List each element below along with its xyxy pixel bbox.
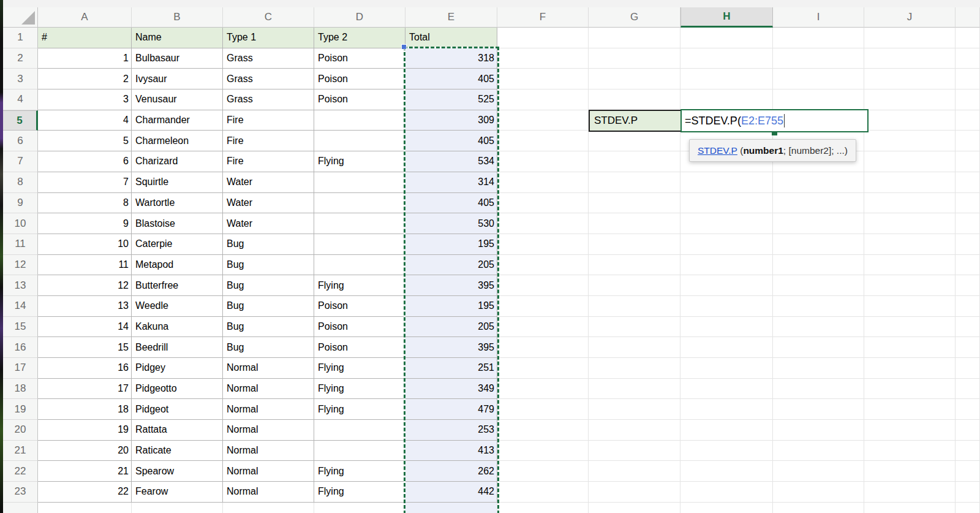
cell-F19[interactable] <box>497 399 589 420</box>
cell-J18[interactable] <box>864 379 956 400</box>
cell-G1[interactable] <box>589 28 680 48</box>
cell-D18[interactable]: Flying <box>314 379 405 400</box>
cell-B16[interactable]: Beedrill <box>132 337 223 358</box>
cell-E24[interactable] <box>405 503 497 513</box>
cell-J11[interactable] <box>864 234 956 255</box>
cell-C20[interactable]: Normal <box>223 420 314 441</box>
row-header-11[interactable]: 11 <box>3 234 38 255</box>
cell-F11[interactable] <box>497 234 589 255</box>
cell-A13[interactable]: 12 <box>38 275 132 296</box>
cell-G9[interactable] <box>589 193 680 214</box>
cell-G17[interactable] <box>589 358 680 379</box>
cell-C2[interactable]: Grass <box>223 48 314 69</box>
cell-D11[interactable] <box>314 234 405 255</box>
cell-J19[interactable] <box>864 399 956 420</box>
cell-H15[interactable] <box>680 317 773 338</box>
row-header-18[interactable]: 18 <box>3 379 38 400</box>
cell-K3[interactable] <box>956 69 980 89</box>
row-header-6[interactable]: 6 <box>3 131 38 151</box>
cell-K16[interactable] <box>956 337 980 358</box>
cell-F4[interactable] <box>497 89 589 110</box>
cell-K18[interactable] <box>956 379 980 400</box>
cell-E14[interactable]: 195 <box>405 296 497 317</box>
cell-J1[interactable] <box>864 28 956 48</box>
cell-G12[interactable] <box>589 255 680 276</box>
cell-A12[interactable]: 11 <box>38 255 132 276</box>
cell-G5[interactable]: STDEV.P <box>589 110 682 132</box>
cell-C14[interactable]: Bug <box>223 296 314 317</box>
cell-G3[interactable] <box>589 69 680 89</box>
cell-B17[interactable]: Pidgey <box>132 358 223 379</box>
row-header-10[interactable]: 10 <box>3 213 38 234</box>
cell-F14[interactable] <box>497 296 589 317</box>
cell-F22[interactable] <box>497 461 589 482</box>
cell-I8[interactable] <box>773 172 864 193</box>
cell-K11[interactable] <box>956 234 980 255</box>
cell-C23[interactable]: Normal <box>223 482 314 503</box>
column-header-J[interactable]: J <box>864 7 956 28</box>
row-header-24[interactable] <box>3 503 38 513</box>
cell-I16[interactable] <box>773 337 864 358</box>
row-header-16[interactable]: 16 <box>3 337 38 358</box>
cell-F6[interactable] <box>497 131 589 151</box>
cell-K4[interactable] <box>956 89 980 110</box>
cell-D13[interactable]: Flying <box>314 275 405 296</box>
cell-D5[interactable] <box>314 110 405 131</box>
row-header-7[interactable]: 7 <box>3 151 38 172</box>
cell-H16[interactable] <box>680 337 773 358</box>
cell-E9[interactable]: 405 <box>405 193 497 214</box>
row-header-13[interactable]: 13 <box>3 275 38 296</box>
row-header-22[interactable]: 22 <box>3 461 38 482</box>
select-all-button[interactable] <box>3 7 38 28</box>
cell-C21[interactable]: Normal <box>223 441 314 462</box>
cell-K21[interactable] <box>956 441 980 462</box>
cell-F15[interactable] <box>497 317 589 338</box>
column-header-F[interactable]: F <box>497 7 589 28</box>
cell-D6[interactable] <box>314 131 405 151</box>
cell-H4[interactable] <box>680 89 773 110</box>
cell-D15[interactable]: Poison <box>314 317 405 338</box>
cell-G21[interactable] <box>589 441 680 462</box>
cell-A7[interactable]: 6 <box>38 151 132 172</box>
cell-C9[interactable]: Water <box>223 193 314 214</box>
cell-F24[interactable] <box>497 503 589 513</box>
cell-F1[interactable] <box>497 28 589 48</box>
cell-B14[interactable]: Weedle <box>132 296 223 317</box>
column-header-D[interactable]: D <box>314 7 405 28</box>
row-header-17[interactable]: 17 <box>3 358 38 379</box>
cell-B8[interactable]: Squirtle <box>132 172 223 193</box>
cell-K19[interactable] <box>956 399 980 420</box>
cell-I20[interactable] <box>773 420 864 441</box>
cell-I3[interactable] <box>773 69 864 89</box>
cell-A18[interactable]: 17 <box>38 379 132 400</box>
cell-C17[interactable]: Normal <box>223 358 314 379</box>
cell-I10[interactable] <box>773 213 864 234</box>
cell-A15[interactable]: 14 <box>38 317 132 338</box>
cell-C10[interactable]: Water <box>223 213 314 234</box>
row-header-19[interactable]: 19 <box>3 399 38 420</box>
cell-F16[interactable] <box>497 337 589 358</box>
row-header-20[interactable]: 20 <box>3 420 38 441</box>
cell-B5[interactable]: Charmander <box>132 110 223 131</box>
cell-C18[interactable]: Normal <box>223 379 314 400</box>
cell-I24[interactable] <box>773 503 864 513</box>
row-header-5[interactable]: 5 <box>3 110 38 131</box>
cell-J20[interactable] <box>864 420 956 441</box>
cell-B23[interactable]: Fearow <box>132 482 223 503</box>
cell-D17[interactable]: Flying <box>314 358 405 379</box>
cell-E18[interactable]: 349 <box>405 379 497 400</box>
column-header-G[interactable]: G <box>589 7 680 28</box>
cell-J23[interactable] <box>864 482 956 503</box>
row-header-23[interactable]: 23 <box>3 482 38 503</box>
cell-G11[interactable] <box>589 234 680 255</box>
cell-I18[interactable] <box>773 379 864 400</box>
cell-J6[interactable] <box>864 131 956 151</box>
cell-E19[interactable]: 479 <box>405 399 497 420</box>
cell-G18[interactable] <box>589 379 680 400</box>
row-header-4[interactable]: 4 <box>3 89 38 110</box>
cell-C22[interactable]: Normal <box>223 461 314 482</box>
cell-C24[interactable] <box>223 503 314 513</box>
cell-B15[interactable]: Kakuna <box>132 317 223 338</box>
row-header-21[interactable]: 21 <box>3 441 38 462</box>
cell-J2[interactable] <box>864 48 956 69</box>
